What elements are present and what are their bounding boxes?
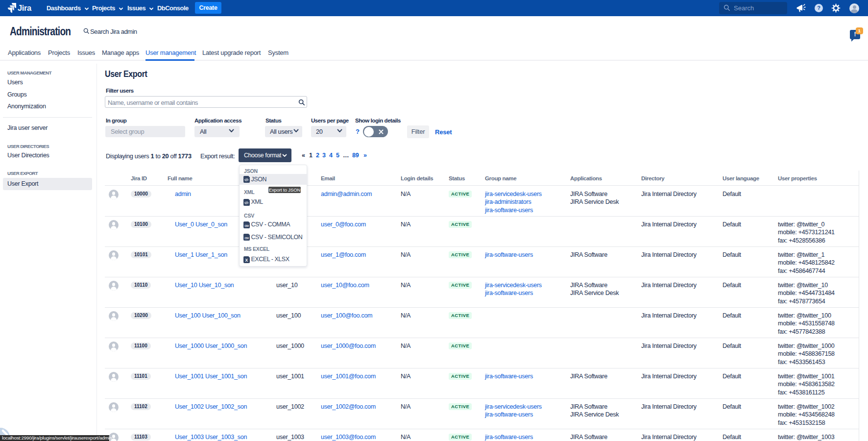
svg-text:X: X: [245, 258, 248, 263]
svg-text:CSV: CSV: [244, 224, 249, 227]
svg-text:CSV: CSV: [244, 237, 249, 240]
